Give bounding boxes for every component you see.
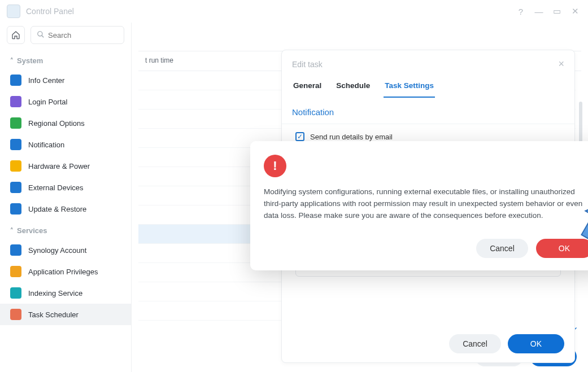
sidebar-item-icon	[10, 160, 21, 172]
sidebar-item-application-privileges[interactable]: Application Privileges	[0, 261, 131, 282]
chevron-up-icon: ˄	[10, 57, 14, 64]
home-icon	[11, 30, 20, 40]
close-window-icon[interactable]: ✕	[569, 5, 581, 17]
sidebar-item-label: Update & Restore	[28, 205, 86, 213]
sidebar-item-label: Synology Account	[28, 246, 86, 255]
window-title: Control Panel	[26, 7, 509, 16]
sidebar-item-external-devices[interactable]: External Devices	[0, 177, 131, 198]
task-cancel-button[interactable]: Cancel	[449, 334, 501, 353]
sidebar-item-label: Task Scheduler	[28, 310, 79, 319]
sidebar-item-icon	[10, 266, 21, 277]
dialog-title: Edit task	[292, 60, 323, 69]
dialog-close-icon[interactable]: ×	[558, 58, 564, 70]
sidebar-item-label: Indexing Service	[28, 289, 82, 297]
confirm-message: Modifying system configurations, running…	[264, 186, 588, 222]
home-button[interactable]	[7, 26, 25, 44]
search-input[interactable]	[48, 31, 118, 40]
task-ok-button[interactable]: OK	[508, 334, 564, 353]
warning-icon: !	[264, 155, 286, 177]
sidebar-item-notification[interactable]: Notification	[0, 134, 131, 155]
sidebar-item-login-portal[interactable]: Login Portal	[0, 91, 131, 112]
chevron-up-icon: ˄	[10, 227, 14, 234]
sidebar-item-update-restore[interactable]: Update & Restore	[0, 198, 131, 220]
sidebar-item-label: Application Privileges	[28, 268, 98, 276]
sidebar-item-icon	[10, 96, 21, 107]
sidebar-item-icon	[10, 309, 21, 320]
svg-line-1	[42, 35, 44, 37]
sidebar-item-icon	[10, 182, 21, 193]
help-icon[interactable]: ?	[515, 5, 527, 17]
sidebar-item-indexing-service[interactable]: Indexing Service	[0, 282, 131, 304]
section-notification: Notification	[282, 98, 574, 124]
sidebar-item-icon	[10, 75, 21, 86]
section-system[interactable]: ˄System	[0, 50, 131, 69]
sidebar-item-icon	[10, 244, 21, 256]
section-services[interactable]: ˄Services	[0, 220, 131, 239]
app-icon	[7, 5, 20, 18]
confirm-dialog: ! Modifying system configurations, runni…	[250, 141, 588, 270]
tab-task-settings[interactable]: Task Settings	[384, 78, 435, 98]
sidebar-item-label: Regional Options	[28, 119, 85, 128]
checkbox-send-email-label: Send run details by email	[310, 133, 393, 141]
sidebar-item-icon	[10, 117, 21, 129]
sidebar-item-label: Login Portal	[28, 98, 67, 106]
minimize-icon[interactable]: —	[533, 5, 545, 17]
tab-schedule[interactable]: Schedule	[335, 78, 371, 98]
sidebar-item-regional-options[interactable]: Regional Options	[0, 112, 131, 134]
sidebar: ˄System Info Center Login Portal Regiona…	[0, 23, 132, 372]
checkbox-send-email[interactable]: ✓	[295, 132, 304, 141]
titlebar: Control Panel ? — ▭ ✕	[0, 0, 588, 23]
maximize-icon[interactable]: ▭	[551, 5, 563, 17]
sidebar-item-icon	[10, 203, 21, 215]
sidebar-item-task-scheduler[interactable]: Task Scheduler	[0, 304, 131, 325]
sidebar-item-label: Hardware & Power	[28, 162, 90, 170]
confirm-ok-button[interactable]: OK	[536, 239, 588, 258]
svg-point-0	[38, 31, 42, 36]
confirm-cancel-button[interactable]: Cancel	[476, 239, 528, 258]
sidebar-item-icon	[10, 287, 21, 299]
search-box[interactable]	[31, 26, 124, 44]
sidebar-item-info-center[interactable]: Info Center	[0, 69, 131, 91]
sidebar-item-label: External Devices	[28, 183, 84, 192]
sidebar-item-synology-account[interactable]: Synology Account	[0, 239, 131, 261]
sidebar-item-icon	[10, 139, 21, 150]
main-panel: t run time Owner root root root root roo…	[132, 23, 588, 372]
sidebar-item-hardware-power[interactable]: Hardware & Power	[0, 155, 131, 177]
sidebar-item-label: Notification	[28, 141, 64, 149]
sidebar-item-label: Info Center	[28, 76, 64, 85]
search-icon	[37, 30, 45, 40]
tab-general[interactable]: General	[292, 78, 323, 98]
